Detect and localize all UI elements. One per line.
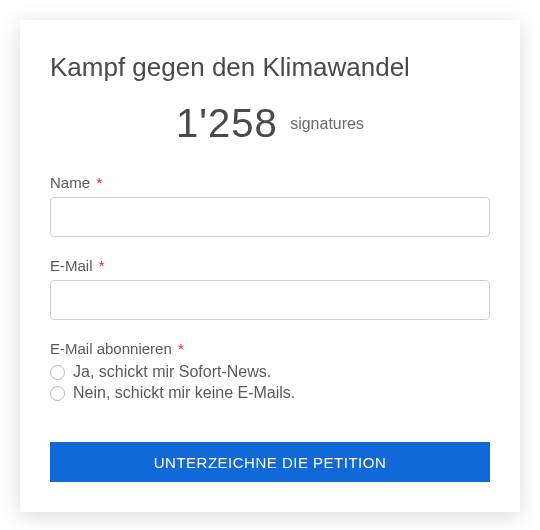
petition-title: Kampf gegen den Klimawandel — [50, 52, 490, 83]
required-marker: * — [99, 257, 105, 274]
radio-icon — [50, 386, 65, 401]
petition-form-card: Kampf gegen den Klimawandel 1'258 signat… — [20, 20, 520, 512]
name-input[interactable] — [50, 197, 490, 237]
subscribe-option-no[interactable]: Nein, schickt mir keine E-Mails. — [50, 384, 490, 402]
subscribe-field: E-Mail abonnieren * Ja, schickt mir Sofo… — [50, 340, 490, 402]
submit-button[interactable]: UNTERZEICHNE DIE PETITION — [50, 442, 490, 482]
subscribe-label-text: E-Mail abonnieren — [50, 340, 172, 357]
required-marker: * — [96, 174, 102, 191]
email-label: E-Mail * — [50, 257, 490, 274]
email-label-text: E-Mail — [50, 257, 93, 274]
email-input[interactable] — [50, 280, 490, 320]
name-field: Name * — [50, 174, 490, 237]
signature-count: 1'258 — [176, 101, 278, 145]
name-label: Name * — [50, 174, 490, 191]
required-marker: * — [178, 340, 184, 357]
subscribe-option-no-label: Nein, schickt mir keine E-Mails. — [73, 384, 295, 402]
subscribe-radio-group: Ja, schickt mir Sofort-News. Nein, schic… — [50, 363, 490, 402]
email-field: E-Mail * — [50, 257, 490, 320]
signature-count-label: signatures — [290, 115, 364, 132]
subscribe-option-yes-label: Ja, schickt mir Sofort-News. — [73, 363, 271, 381]
radio-icon — [50, 365, 65, 380]
subscribe-option-yes[interactable]: Ja, schickt mir Sofort-News. — [50, 363, 490, 381]
signature-count-row: 1'258 signatures — [50, 101, 490, 146]
name-label-text: Name — [50, 174, 90, 191]
subscribe-label: E-Mail abonnieren * — [50, 340, 490, 357]
